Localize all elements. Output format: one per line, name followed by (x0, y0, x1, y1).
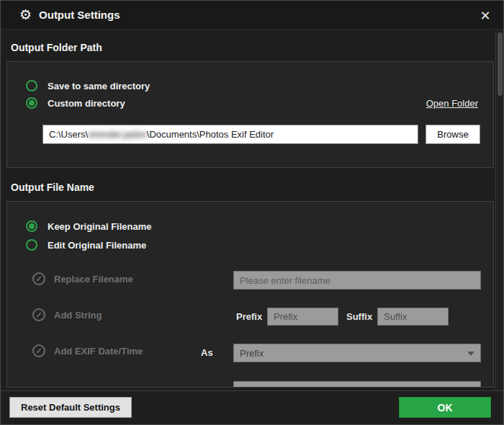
browse-button[interactable]: Browse (426, 125, 480, 144)
radio-icon (26, 80, 37, 91)
replace-filename-input[interactable] (233, 271, 481, 290)
as-label: As (201, 347, 213, 358)
add-string-checkbox[interactable]: ✓ Add String (32, 308, 102, 321)
output-path-input[interactable]: C:\Users\virender.jadon\Documents\Photos… (42, 125, 418, 144)
radio-custom-directory[interactable]: Custom directory (26, 97, 125, 109)
radio-same-label: Save to same directory (48, 81, 150, 91)
suffix-label: Suffix (346, 311, 372, 322)
gear-icon: ⚙ (19, 6, 32, 23)
radio-custom-label: Custom directory (48, 98, 125, 109)
radio-keep-label: Keep Original Filename (48, 221, 152, 232)
folder-section-heading: Output Folder Path (11, 42, 102, 53)
chevron-down-icon (467, 352, 474, 356)
path-username-blurred: virender.jadon (88, 129, 147, 140)
add-exif-checkbox[interactable]: ✓ Add EXIF Date/Time (32, 344, 143, 357)
close-icon[interactable]: ✕ (476, 6, 495, 25)
path-prefix-text: C:\Users\ (49, 129, 88, 140)
radio-icon-selected (26, 220, 37, 232)
add-exif-label: Add EXIF Date/Time (54, 346, 143, 357)
prefix-label: Prefix (236, 311, 262, 322)
radio-icon-selected (26, 97, 37, 109)
window-title: Output Settings (39, 9, 120, 21)
filename-section-heading: Output File Name (11, 182, 94, 193)
radio-keep-original[interactable]: Keep Original Filename (26, 220, 152, 232)
radio-same-directory[interactable]: Save to same directory (26, 80, 150, 91)
scrollbar-thumb[interactable] (498, 32, 503, 96)
radio-edit-label: Edit Original Filename (48, 240, 146, 251)
exif-position-dropdown[interactable]: Prefix (233, 344, 481, 362)
replace-filename-checkbox[interactable]: ✓ Replace Filename (32, 272, 133, 285)
title-bar: ⚙ Output Settings ✕ (1, 1, 503, 30)
clipped-next-field[interactable] (233, 381, 481, 388)
check-icon: ✓ (32, 344, 45, 357)
reset-default-settings-button[interactable]: Reset Default Settings (9, 397, 132, 418)
folder-panel: Save to same directory Custom directory … (6, 61, 494, 168)
replace-filename-label: Replace Filename (54, 274, 133, 285)
footer-divider (1, 390, 503, 391)
check-icon: ✓ (32, 308, 45, 321)
vertical-scrollbar[interactable] (495, 30, 503, 390)
add-string-label: Add String (54, 310, 102, 321)
filename-panel: Keep Original Filename Edit Original Fil… (6, 201, 494, 388)
open-folder-link[interactable]: Open Folder (426, 98, 478, 109)
check-icon: ✓ (32, 272, 45, 285)
radio-edit-original[interactable]: Edit Original Filename (26, 239, 146, 251)
exif-position-selected: Prefix (240, 348, 264, 359)
path-suffix-text: \Documents\Photos Exif Editor (147, 129, 274, 140)
suffix-input[interactable] (377, 308, 449, 326)
prefix-input[interactable] (267, 308, 338, 326)
ok-button[interactable]: OK (399, 397, 491, 418)
radio-icon (26, 239, 37, 251)
